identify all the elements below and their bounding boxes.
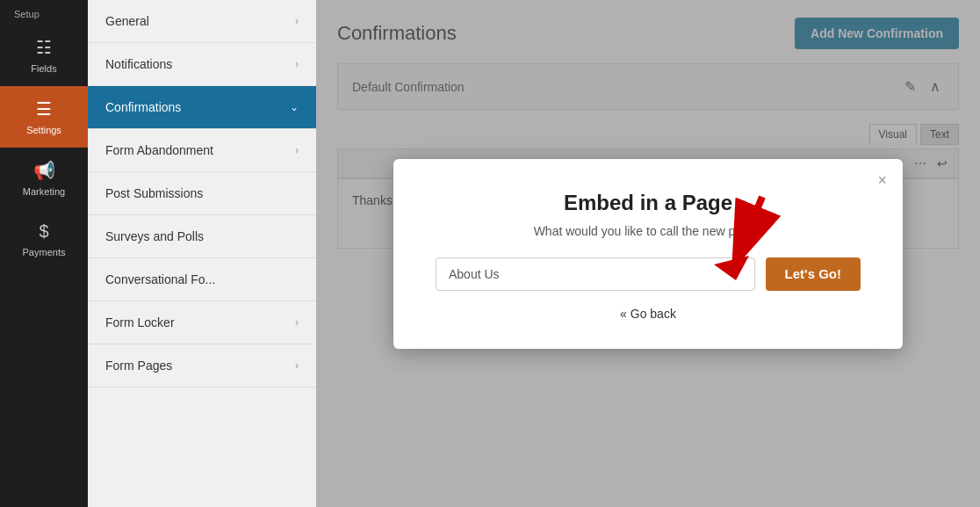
- menu-item-form-abandonment-label: Form Abandonment: [105, 143, 213, 157]
- lets-go-button[interactable]: Let's Go!: [766, 257, 861, 291]
- menu-item-post-submissions-label: Post Submissions: [105, 186, 203, 200]
- second-panel: General › Notifications › Confirmations …: [88, 0, 316, 507]
- main-content: Confirmations Add New Confirmation Defau…: [316, 0, 980, 507]
- payments-icon: $: [39, 221, 48, 242]
- menu-item-surveys-polls[interactable]: Surveys and Polls: [88, 215, 316, 258]
- sidebar-item-settings-label: Settings: [26, 125, 61, 135]
- chevron-right-icon: ›: [295, 15, 299, 27]
- menu-item-general[interactable]: General ›: [88, 0, 316, 43]
- chevron-down-icon: ⌄: [290, 101, 299, 113]
- chevron-right-icon: ›: [295, 359, 299, 372]
- modal-input-row: Let's Go!: [436, 257, 861, 291]
- modal-title: Embed in a Page: [436, 191, 861, 215]
- menu-item-form-abandonment[interactable]: Form Abandonment ›: [88, 129, 316, 172]
- menu-item-form-locker-label: Form Locker: [105, 315, 175, 330]
- menu-item-general-label: General: [105, 14, 149, 28]
- sidebar: Setup ☷ Fields ☰ Settings 📢 Marketing $ …: [0, 0, 88, 507]
- chevron-right-icon: ›: [295, 316, 299, 329]
- chevron-right-icon: ›: [295, 58, 299, 70]
- content-wrapper: General › Notifications › Confirmations …: [88, 0, 980, 507]
- fields-icon: ☷: [36, 37, 52, 58]
- menu-item-form-pages[interactable]: Form Pages ›: [88, 344, 316, 387]
- sidebar-item-fields[interactable]: ☷ Fields: [0, 25, 88, 86]
- embed-page-modal: × Embed in a Pag: [393, 159, 903, 349]
- page-name-input[interactable]: [436, 257, 755, 291]
- sidebar-item-marketing-label: Marketing: [23, 186, 65, 197]
- sidebar-item-marketing[interactable]: 📢 Marketing: [0, 148, 88, 209]
- menu-item-confirmations-label: Confirmations: [105, 100, 181, 114]
- menu-item-surveys-polls-label: Surveys and Polls: [105, 229, 204, 243]
- modal-subtitle: What would you like to call the new page…: [436, 224, 861, 238]
- setup-label: Setup: [0, 0, 88, 25]
- sidebar-item-payments[interactable]: $ Payments: [0, 209, 88, 270]
- menu-item-form-locker[interactable]: Form Locker ›: [88, 301, 316, 344]
- menu-item-post-submissions[interactable]: Post Submissions: [88, 172, 316, 215]
- marketing-icon: 📢: [33, 160, 55, 181]
- menu-item-form-pages-label: Form Pages: [105, 359, 172, 373]
- settings-icon: ☰: [36, 98, 52, 120]
- menu-item-notifications-label: Notifications: [105, 57, 172, 71]
- menu-item-conversational-label: Conversational Fo...: [105, 272, 215, 286]
- modal-overlay: × Embed in a Pag: [316, 0, 980, 507]
- modal-close-button[interactable]: ×: [877, 171, 887, 190]
- menu-item-conversational[interactable]: Conversational Fo...: [88, 258, 316, 301]
- menu-item-confirmations[interactable]: Confirmations ⌄: [88, 86, 316, 129]
- chevron-right-icon: ›: [295, 144, 299, 156]
- menu-item-notifications[interactable]: Notifications ›: [88, 43, 316, 86]
- go-back-link[interactable]: « Go back: [436, 307, 861, 321]
- sidebar-item-settings[interactable]: ☰ Settings: [0, 86, 88, 148]
- sidebar-item-payments-label: Payments: [23, 247, 66, 257]
- sidebar-item-fields-label: Fields: [31, 63, 56, 74]
